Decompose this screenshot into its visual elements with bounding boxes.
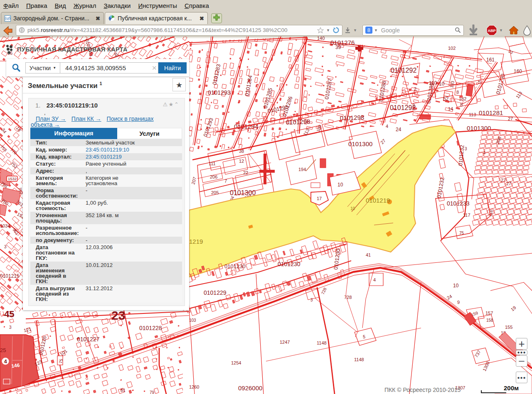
svg-text:75: 75 — [459, 231, 464, 235]
svg-text:4: 4 — [483, 150, 485, 155]
svg-text:8: 8 — [460, 102, 463, 107]
svg-text:111: 111 — [209, 161, 216, 166]
svg-text:0101292: 0101292 — [391, 67, 416, 74]
svg-text:4: 4 — [373, 277, 376, 282]
svg-text:0101298: 0101298 — [340, 114, 365, 122]
svg-text:ПКК © Росреестр 2010-2015: ПКК © Росреестр 2010-2015 — [384, 387, 461, 393]
svg-text:1532: 1532 — [8, 176, 17, 181]
svg-text:10: 10 — [350, 206, 355, 211]
svg-text:41: 41 — [366, 252, 371, 257]
svg-text:1254: 1254 — [231, 360, 241, 365]
svg-text:7: 7 — [224, 179, 227, 184]
svg-text:24: 24 — [396, 127, 401, 132]
svg-text:3: 3 — [4, 245, 7, 249]
svg-text:10: 10 — [453, 283, 459, 289]
svg-text:1260: 1260 — [189, 384, 199, 389]
svg-text:1148: 1148 — [317, 340, 327, 345]
svg-text:158: 158 — [486, 318, 493, 323]
svg-text:79: 79 — [150, 390, 155, 394]
svg-text:4: 4 — [386, 124, 388, 129]
svg-text:17: 17 — [317, 196, 322, 201]
svg-text:10: 10 — [439, 81, 445, 87]
svg-text:160: 160 — [514, 69, 522, 74]
svg-text:0101298: 0101298 — [286, 118, 310, 126]
svg-text:194: 194 — [298, 167, 306, 172]
svg-text:102: 102 — [448, 46, 456, 51]
svg-text:206: 206 — [210, 174, 217, 179]
svg-text:728: 728 — [344, 295, 352, 300]
svg-text:14: 14 — [448, 106, 453, 111]
svg-text:22: 22 — [243, 170, 248, 175]
svg-text:146: 146 — [11, 362, 20, 369]
svg-text:81: 81 — [121, 388, 126, 393]
svg-text:27: 27 — [506, 181, 511, 186]
svg-text:5: 5 — [363, 334, 365, 339]
svg-text:0101219: 0101219 — [366, 197, 390, 204]
svg-text:0101300: 0101300 — [230, 189, 256, 196]
svg-text:0101293: 0101293 — [208, 89, 231, 96]
svg-text:ABP: ABP — [488, 29, 495, 33]
svg-text:23: 23 — [111, 308, 125, 322]
svg-text:25: 25 — [0, 347, 6, 353]
svg-text:52: 52 — [443, 96, 449, 102]
svg-text:0101228: 0101228 — [139, 325, 162, 331]
svg-text:1148: 1148 — [354, 357, 364, 362]
svg-text:155: 155 — [505, 325, 512, 330]
svg-text:9: 9 — [457, 300, 460, 305]
svg-text:10: 10 — [337, 182, 343, 188]
svg-text:103: 103 — [189, 318, 196, 323]
svg-text:157: 157 — [485, 311, 493, 316]
svg-text:200м: 200м — [504, 384, 519, 392]
svg-text:0101230: 0101230 — [278, 261, 300, 267]
svg-text:140: 140 — [317, 37, 325, 41]
svg-text:0101292: 0101292 — [390, 104, 416, 111]
svg-text:1247: 1247 — [280, 340, 290, 345]
svg-text:3: 3 — [465, 147, 467, 151]
svg-text:0101233: 0101233 — [447, 200, 470, 207]
svg-text:45: 45 — [4, 309, 14, 319]
svg-text:0101230: 0101230 — [224, 263, 246, 269]
svg-text:0101276: 0101276 — [330, 39, 355, 46]
svg-text:1034: 1034 — [0, 223, 10, 228]
svg-text:4: 4 — [4, 358, 7, 365]
svg-text:0926000: 0926000 — [238, 384, 262, 392]
svg-text:0101227: 0101227 — [77, 336, 100, 343]
svg-text:117: 117 — [463, 213, 470, 218]
svg-text:3: 3 — [310, 298, 313, 302]
svg-text:8: 8 — [456, 90, 459, 95]
svg-text:39: 39 — [335, 44, 341, 50]
svg-text:1219: 1219 — [189, 238, 203, 245]
svg-text:110: 110 — [429, 80, 437, 86]
svg-text:161: 161 — [486, 57, 495, 63]
svg-text:0101215: 0101215 — [0, 273, 20, 279]
svg-text:0101229: 0101229 — [204, 289, 227, 296]
svg-text:205: 205 — [211, 190, 219, 195]
svg-text:12: 12 — [239, 159, 244, 164]
svg-text:3: 3 — [9, 325, 12, 330]
svg-text:0101300: 0101300 — [348, 140, 372, 147]
